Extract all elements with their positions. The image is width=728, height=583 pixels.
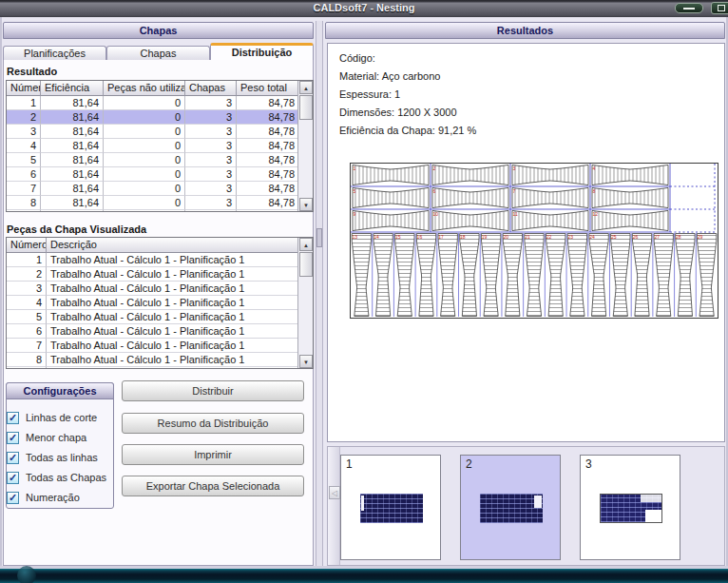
cell: 3 [185, 96, 237, 110]
cell: 2 [7, 110, 41, 125]
column-header-numero[interactable]: Número [7, 81, 41, 96]
cell: 1 [7, 253, 47, 267]
table-row[interactable]: 181,640384,78 [7, 96, 299, 110]
cell: 3 [7, 125, 41, 139]
info-codigo: Código: [339, 49, 375, 68]
tab-chapas[interactable]: Chapas [106, 46, 210, 61]
cell: 3 [7, 282, 47, 296]
column-header-pecas-nao-utilizadas[interactable]: Peças não utilizadas [104, 81, 185, 96]
svg-text:24: 24 [589, 234, 595, 240]
cell: Trabalho Atual - Cálculo 1 - Planificaçã… [47, 267, 299, 282]
table-row[interactable]: 2Trabalho Atual - Cálculo 1 - Planificaç… [7, 267, 299, 282]
checkbox-menor-chapa[interactable]: ✓Menor chapa [7, 431, 86, 444]
thumbnail-scroll-left-button[interactable]: ◁ [329, 486, 340, 499]
checkbox-icon[interactable]: ✓ [7, 492, 19, 504]
taskbar[interactable] [0, 569, 728, 583]
imprimir-button[interactable]: Imprimir [122, 444, 304, 465]
svg-text:26: 26 [633, 234, 639, 240]
table-row[interactable]: 781,640384,78 [7, 182, 299, 196]
cell: 84,78 [237, 153, 299, 167]
cell: 84,78 [237, 196, 299, 210]
tab-planificacoes[interactable]: Planificações [3, 46, 106, 61]
table-row[interactable]: 481,640384,78 [7, 139, 299, 153]
cell: 3 [185, 196, 237, 210]
table-row[interactable]: 4Trabalho Atual - Cálculo 1 - Planificaç… [7, 296, 299, 310]
table-row[interactable]: 1Trabalho Atual - Cálculo 1 - Planificaç… [7, 253, 299, 267]
thumbnail-2[interactable]: 2 [460, 455, 561, 560]
scroll-down-icon[interactable]: ▼ [299, 198, 313, 211]
scrollbar-thumb[interactable] [299, 252, 313, 277]
table-row[interactable]: 881,640384,78 [7, 196, 299, 210]
cell: 81,64 [41, 210, 104, 212]
column-header-chapas[interactable]: Chapas [185, 81, 237, 96]
resultado-scrollbar[interactable]: ▲ ▼ [297, 81, 313, 211]
checkbox-todas-as-chapas[interactable]: ✓Todas as Chapas [7, 471, 106, 484]
cell: 81,64 [41, 125, 104, 139]
checkbox-icon[interactable]: ✓ [7, 412, 19, 424]
column-header-peso-total[interactable]: Peso total [237, 81, 299, 96]
thumbnail-1[interactable]: 1 [340, 455, 441, 560]
pecas-label: Peças da Chapa Visualizada [7, 223, 146, 235]
table-row[interactable]: 281,640384,78 [7, 110, 299, 125]
cell: 81,64 [41, 153, 104, 167]
titlebar[interactable]: CALDsoft7 - Nesting [0, 0, 728, 17]
scroll-up-icon[interactable]: ▲ [299, 81, 313, 94]
cell: 84,78 [237, 182, 299, 196]
table-row[interactable]: 9Trabalho Atual - Cálculo 1 - Planificaç… [7, 367, 299, 369]
svg-text:12: 12 [593, 211, 599, 217]
table-row[interactable]: 581,640384,78 [7, 153, 299, 167]
scrollbar-thumb[interactable] [299, 95, 313, 120]
checkbox-todas-as-linhas[interactable]: ✓Todas as linhas [7, 451, 98, 464]
pecas-table[interactable]: NúmeroDescrição1Trabalho Atual - Cálculo… [6, 237, 314, 369]
info-espessura: Espessura: 1 [339, 86, 400, 104]
thumbnail-3[interactable]: 3 [580, 455, 680, 560]
checkbox-label: Todas as Chapas [26, 472, 106, 483]
svg-text:7: 7 [513, 188, 516, 194]
cell: 0 [104, 210, 185, 212]
column-header-descricao[interactable]: Descrição [47, 238, 299, 253]
checkbox-numeracao[interactable]: ✓Numeração [7, 491, 80, 504]
cell: 81,64 [41, 96, 104, 110]
column-header-eficiencia[interactable]: Eficiência [41, 81, 104, 96]
checkbox-icon[interactable]: ✓ [7, 452, 19, 464]
checkbox-icon[interactable]: ✓ [7, 432, 19, 444]
table-row[interactable]: 5Trabalho Atual - Cálculo 1 - Planificaç… [7, 310, 299, 324]
resultado-table[interactable]: NúmeroEficiênciaPeças não utilizadasChap… [6, 80, 314, 212]
table-row[interactable]: 981,640384,78 [7, 210, 299, 212]
column-header-numero[interactable]: Número [7, 238, 47, 253]
cell: 3 [185, 167, 237, 182]
svg-text:20: 20 [503, 234, 508, 240]
resumo-da-distribuicao-button[interactable]: Resumo da Distribuição [122, 413, 304, 434]
cell: 84,78 [237, 110, 299, 125]
table-row[interactable]: 8Trabalho Atual - Cálculo 1 - Planificaç… [7, 353, 299, 367]
minimize-button[interactable] [675, 3, 703, 13]
svg-text:14: 14 [374, 234, 379, 240]
table-header-row: NúmeroDescrição [7, 238, 299, 253]
maximize-button[interactable] [711, 2, 728, 14]
table-row[interactable]: 381,640384,78 [7, 125, 299, 139]
checkbox-label: Numeração [26, 492, 80, 503]
table-row[interactable]: 3Trabalho Atual - Cálculo 1 - Planificaç… [7, 282, 299, 296]
panel-splitter[interactable] [316, 21, 323, 566]
window-title: CALDsoft7 - Nesting [0, 2, 728, 13]
cell: Trabalho Atual - Cálculo 1 - Planificaçã… [47, 253, 299, 267]
table-row[interactable]: 6Trabalho Atual - Cálculo 1 - Planificaç… [7, 324, 299, 339]
distribuir-button[interactable]: Distribuir [122, 380, 304, 401]
pecas-scrollbar[interactable]: ▲ ▼ [297, 238, 313, 368]
table-row[interactable]: 7Trabalho Atual - Cálculo 1 - Planificaç… [7, 339, 299, 353]
checkbox-icon[interactable]: ✓ [7, 472, 19, 484]
tab-distribuicao[interactable]: Distribuição [210, 43, 314, 61]
table-row[interactable]: 681,640384,78 [7, 167, 299, 182]
exportar-chapa-selecionada-button[interactable]: Exportar Chapa Selecionada [122, 476, 304, 496]
cell: 84,78 [237, 96, 299, 110]
splitter-handle[interactable] [316, 228, 322, 247]
cell: 81,64 [41, 182, 104, 196]
scroll-up-icon[interactable]: ▲ [299, 238, 313, 251]
scroll-down-icon[interactable]: ▼ [299, 355, 313, 368]
checkbox-linhas-de-corte[interactable]: ✓Linhas de corte [7, 411, 97, 424]
cell: 3 [185, 153, 237, 167]
cell: 7 [7, 339, 47, 353]
svg-text:3: 3 [513, 165, 516, 171]
svg-text:9: 9 [354, 211, 356, 217]
cell: 84,78 [237, 167, 299, 182]
